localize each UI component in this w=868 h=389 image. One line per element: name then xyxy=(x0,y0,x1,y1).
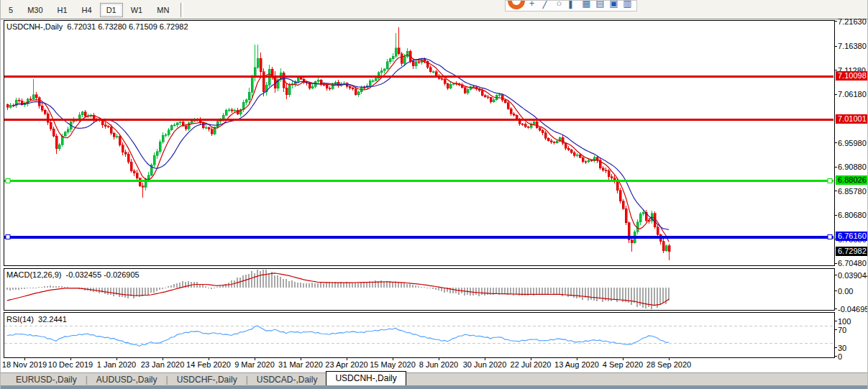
chart-canvas[interactable] xyxy=(0,0,868,389)
price-level-badge: 7.10098 xyxy=(836,71,868,81)
chart-tab-usdcad[interactable]: USDCAD-,Daily xyxy=(248,374,326,385)
date-tick-label: 10 Dec 2019 xyxy=(48,360,93,369)
price-tick-label: 7.16380 xyxy=(838,42,867,50)
date-tick-label: 15 May 2020 xyxy=(370,360,416,369)
rsi-tick-label: 0 xyxy=(838,352,842,361)
chart-tab-audusd[interactable]: AUDUSD-,Daily xyxy=(88,374,166,385)
price-level-badge: 7.01001 xyxy=(836,114,868,124)
rsi-name: RSI(14) xyxy=(6,315,34,324)
price-tick-label: 7.21630 xyxy=(838,17,867,26)
rsi-tick-label: 30 xyxy=(838,344,846,352)
macd-tick-label: 0.039044 xyxy=(838,271,868,280)
hline-handle[interactable] xyxy=(828,235,832,239)
date-tick-label: 22 Jul 2020 xyxy=(511,360,552,369)
rsi-tick-label: 70 xyxy=(838,326,846,334)
window-bottom-edge xyxy=(0,385,868,389)
price-tick-label: 6.95980 xyxy=(838,139,867,147)
price-level-badge: 6.76160 xyxy=(836,232,868,241)
price-tick-label: 7.06180 xyxy=(838,90,867,99)
date-tick-label: 9 Mar 2020 xyxy=(234,360,275,369)
date-tick-label: 1 Jan 2020 xyxy=(97,360,136,369)
price-tick-label: 6.90880 xyxy=(838,163,867,171)
chart-tab-bar: EURUSD-,Daily|AUDUSD-,Daily|USDCHF-,Dail… xyxy=(0,372,868,385)
hline-handle[interactable] xyxy=(6,235,10,239)
chart-tab-eurusd[interactable]: EURUSD-,Daily xyxy=(7,374,86,385)
macd-tick-label: 0.00 xyxy=(838,287,853,296)
rsi-tick-label: 100 xyxy=(838,317,851,326)
macd-indicator-label: MACD(12,26,9) -0.032455 -0.026905 xyxy=(6,270,140,279)
date-tick-label: 31 Mar 2020 xyxy=(278,360,323,369)
price-tick-label: 6.85780 xyxy=(838,187,867,196)
price-level-badge: 6.72982 xyxy=(836,247,868,256)
chart-tab-usdcnh[interactable]: USDCNH-,Daily xyxy=(326,371,406,386)
window-left-edge xyxy=(0,0,1,389)
rsi-value: 32.2441 xyxy=(38,315,67,324)
price-tick-label: 6.70480 xyxy=(838,259,867,267)
date-tick-label: 30 Jun 2020 xyxy=(463,360,507,369)
hline-handle[interactable] xyxy=(828,179,832,183)
date-tick-label: 8 Jun 2020 xyxy=(419,360,458,369)
macd-values: -0.032455 -0.026905 xyxy=(66,270,140,279)
macd-name: MACD(12,26,9) xyxy=(6,270,61,279)
date-tick-label: 18 Nov 2019 xyxy=(2,360,47,369)
date-tick-label: 13 Aug 2020 xyxy=(554,360,599,369)
date-tick-label: 28 Sep 2020 xyxy=(647,360,691,369)
hline-handle[interactable] xyxy=(6,179,10,183)
date-tick-label: 23 Apr 2020 xyxy=(325,360,367,369)
date-tick-label: 14 Feb 2020 xyxy=(186,360,231,369)
date-tick-label: 4 Sep 2020 xyxy=(603,360,643,369)
macd-tick-label: -0.046955 xyxy=(838,305,868,314)
chart-tab-usdchf[interactable]: USDCHF-,Daily xyxy=(168,374,246,385)
ohlc-values: 6.72031 6.73280 6.71509 6.72982 xyxy=(67,22,188,31)
symbol-period-label: USDCNH-,Daily xyxy=(6,22,63,31)
price-tick-label: 6.80680 xyxy=(838,211,867,219)
rsi-indicator-label: RSI(14) 32.2441 xyxy=(6,315,67,324)
date-tick-label: 23 Jan 2020 xyxy=(141,360,185,369)
chart-title: USDCNH-,Daily 6.72031 6.73280 6.71509 6.… xyxy=(6,22,188,31)
price-level-badge: 6.88026 xyxy=(836,175,868,185)
